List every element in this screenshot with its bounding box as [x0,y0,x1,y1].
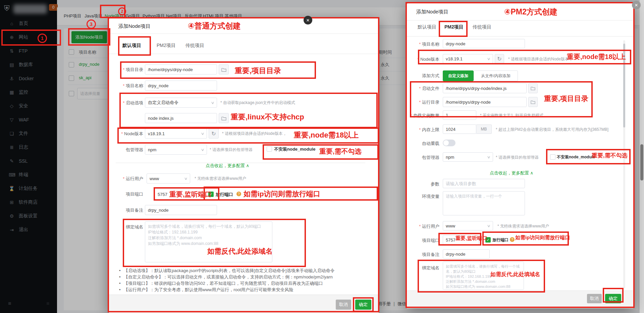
dialog-add-node-default: 添加Node项目 默认项目 PM2项目 传统项目 项目目录 项目名称 启动选项 … [109,18,379,313]
refresh-icon[interactable]: ↻ [495,54,504,63]
project-remark-input[interactable] [145,205,217,215]
folder-icon [531,86,535,90]
dialog-notes: 【启动选项】：默认读取package.json中的scripts列表，也可以选择… [119,267,334,293]
add-mode-file-label: 从文件/内容添加 [481,73,510,79]
dialog-tab-pm2[interactable]: PM2项目 [157,43,176,49]
node-version-select[interactable]: v18.19.1∨ [443,54,493,63]
node-version-label: Node版本 [411,56,439,62]
start-option-value: 自定义启动命令 [148,100,178,106]
collapse-more-config-link[interactable]: 点击收起，更多配置 ∧ [490,170,533,176]
dialog-tab-pm2[interactable]: PM2项目 [444,24,464,30]
start-option-hint: * 自动获取package.json文件中的启动模式 [220,100,295,106]
allow-port-checkbox[interactable]: ✓ [208,192,214,197]
project-remark-label: 项目备注 [411,252,439,258]
dialog-title: 添加Node项目 [416,9,448,15]
pkg-manager-value: npm [446,155,454,160]
auto-reload-label: 自动重载 [411,141,439,147]
args-input[interactable] [443,179,525,188]
pkg-manager-label: 包管理器 [411,155,439,161]
confirm-button[interactable]: 确定 [355,300,371,310]
run-user-select[interactable]: www∨ [147,173,190,184]
project-name-input[interactable] [145,81,217,91]
cancel-button[interactable]: 取消 [336,300,351,310]
project-name-input[interactable] [443,39,525,48]
memory-limit-input[interactable] [443,124,476,134]
allow-port-label[interactable]: 放行端口 [492,237,508,243]
run-user-label: 运行用户 [411,223,439,229]
chevron-down-icon: ∨ [487,155,490,159]
help-icon[interactable]: ? [236,192,241,196]
dialog-tab-default[interactable]: 默认项目 [122,43,141,49]
project-dir-label: 项目目录 [115,67,143,73]
cancel-button[interactable]: 取消 [587,294,602,303]
node-version-value: v18.19.1 [446,56,463,61]
page: ⛨ 0 ⌂首页 ⊕网站 ⇅FTP ▤数据库 ⚓Docker ▦监控 ◇安全 ▽W… [0,0,644,313]
start-option-select[interactable]: 自定义启动命令∨ [145,98,217,108]
memory-limit-label: 内存上限 [411,127,439,133]
no-node-module-checkbox[interactable] [267,146,272,152]
project-name-label: 项目名称 [115,83,143,89]
dialog-title: 添加Node项目 [118,23,151,30]
instances-input[interactable] [443,110,476,120]
chevron-down-icon: ∨ [201,132,204,136]
page-scrollbar [640,0,644,313]
toggle-knob [443,140,449,146]
allow-port-checkbox[interactable]: ✓ [485,237,491,243]
dialog-tab-classic[interactable]: 传统项目 [473,24,491,30]
add-mode-custom-label: 自定义添加 [448,73,468,79]
close-icon[interactable]: ✕ [304,16,312,24]
collapse-more-config-link[interactable]: 点击收起，更多配置 ∧ [206,163,249,169]
node-version-select[interactable]: v18.19.1∨ [145,128,207,139]
env-vars-label: 环境变量 [411,194,439,200]
run-dir-input[interactable] [443,97,527,107]
run-user-select[interactable]: www∨ [443,221,493,230]
project-dir-input[interactable] [145,64,217,74]
project-port-input[interactable] [443,235,479,245]
close-icon[interactable]: ✕ [632,1,641,9]
start-command-input[interactable] [145,113,217,123]
folder-icon [531,100,535,104]
no-node-module-label[interactable]: 不安装node_module [557,154,595,160]
browse-folder-icon[interactable] [219,113,229,123]
browse-folder-icon[interactable] [219,64,229,74]
folder-icon [221,67,226,72]
memory-limit-hint: * 超过上限PM2会自动重启项目，系统最大可用内存为[3657MB] [496,127,608,133]
confirm-button[interactable]: 确定 [605,294,621,303]
add-mode-label: 添加方式 [411,73,439,79]
refresh-icon[interactable]: ↻ [209,128,219,139]
chevron-down-icon: ∨ [487,224,490,228]
annotation-step-3: 3 [87,19,96,29]
add-mode-custom-button[interactable]: 自定义添加 [443,70,474,81]
dialog-add-node-pm2: 添加Node项目 默认项目 PM2项目 传统项目 项目名称 Node版本 v18… [407,3,633,308]
help-icon[interactable]: ? [510,237,515,242]
auto-reload-toggle[interactable] [443,140,455,146]
browse-folder-icon[interactable] [528,83,538,93]
instances-label: 负载实例数量 [408,113,439,119]
annotation-step-2: 2 [118,7,126,15]
project-remark-input[interactable] [443,249,490,259]
dialog-tab-classic[interactable]: 传统项目 [185,43,204,49]
no-node-module-checkbox[interactable] [550,154,555,160]
pkg-manager-select[interactable]: npm∨ [145,145,207,155]
args-label: 参数 [411,181,439,187]
dialog-tab-default[interactable]: 默认项目 [418,24,436,30]
chevron-down-icon: ∨ [201,148,204,152]
page-scrollbar-thumb[interactable] [640,144,643,180]
chevron-down-icon: ∨ [487,57,490,61]
add-mode-from-file-button[interactable]: 从文件/内容添加 [474,70,518,81]
node-version-hint: * 请根据项目选择合适的Node版本， [508,56,573,62]
start-file-input[interactable] [443,83,527,93]
bind-domain-textarea[interactable] [443,262,524,290]
env-vars-textarea[interactable] [443,191,525,215]
project-remark-label: 项目备注 [115,207,143,213]
pkg-manager-select[interactable]: npm∨ [443,152,493,162]
project-port-input[interactable] [155,189,205,200]
browse-folder-icon[interactable] [528,97,538,107]
run-user-hint: * 无特殊需求请选择www用户 [497,223,549,229]
bind-domain-textarea[interactable] [145,221,272,262]
bind-domain-label: 绑定域名 [411,265,439,271]
no-node-module-label[interactable]: 不安装node_module [274,146,316,152]
dialog-scrollbar-thumb[interactable] [623,44,625,127]
allow-port-label[interactable]: 放行端口 [216,192,233,198]
pkg-manager-hint: * 请选择项目的包管理器 [210,147,253,153]
